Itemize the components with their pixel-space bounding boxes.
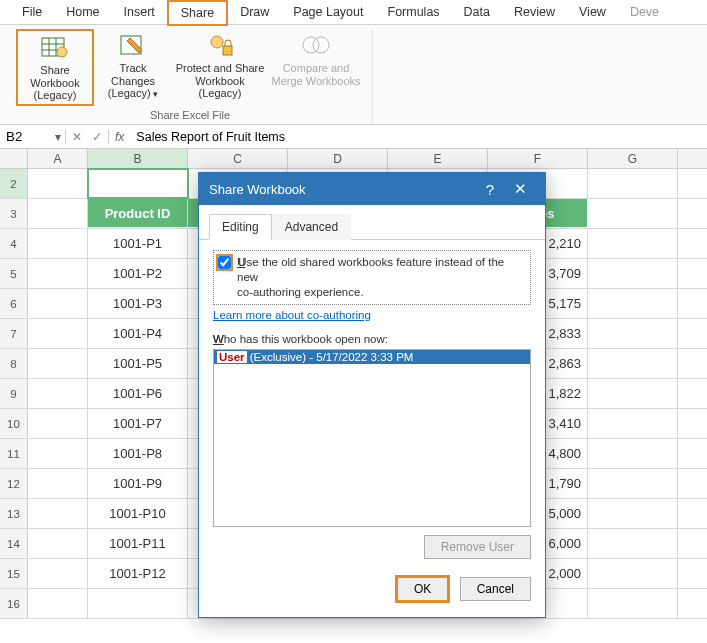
cell[interactable] xyxy=(588,199,678,228)
row-header[interactable]: 15 xyxy=(0,559,28,588)
row-header[interactable]: 14 xyxy=(0,529,28,558)
row-header[interactable]: 13 xyxy=(0,499,28,528)
name-box-dropdown[interactable]: ▾ xyxy=(50,130,66,144)
col-header-B[interactable]: B xyxy=(88,149,188,168)
cell[interactable] xyxy=(588,409,678,438)
tab-page-layout[interactable]: Page Layout xyxy=(281,1,375,23)
col-header-G[interactable]: G xyxy=(588,149,678,168)
tab-insert[interactable]: Insert xyxy=(112,1,167,23)
row-header[interactable]: 12 xyxy=(0,469,28,498)
row-header[interactable]: 8 xyxy=(0,349,28,378)
cell[interactable]: 1001-P8 xyxy=(88,439,188,468)
cell[interactable] xyxy=(28,169,88,198)
cell[interactable] xyxy=(28,499,88,528)
cell[interactable] xyxy=(588,589,678,618)
cell[interactable] xyxy=(28,589,88,618)
use-legacy-option[interactable]: UUse the old shared workbooks feature in… xyxy=(213,250,531,305)
tab-share[interactable]: Share xyxy=(167,0,228,26)
tab-view[interactable]: View xyxy=(567,1,618,23)
row-header[interactable]: 3 xyxy=(0,199,28,228)
name-box[interactable] xyxy=(0,127,50,146)
dialog-close-icon[interactable]: ✕ xyxy=(505,180,535,198)
cell[interactable]: 1001-P12 xyxy=(88,559,188,588)
tab-developer[interactable]: Deve xyxy=(618,1,671,23)
cell[interactable]: 1001-P1 xyxy=(88,229,188,258)
tab-file[interactable]: File xyxy=(10,1,54,23)
col-header-F[interactable]: F xyxy=(488,149,588,168)
cell[interactable] xyxy=(588,499,678,528)
enter-formula-icon[interactable]: ✓ xyxy=(92,130,102,144)
dialog-titlebar[interactable]: Share Workbook ? ✕ xyxy=(199,173,545,205)
dialog-tab-editing[interactable]: Editing xyxy=(209,214,272,240)
cell[interactable] xyxy=(588,289,678,318)
cell[interactable]: 1001-P5 xyxy=(88,349,188,378)
cell[interactable] xyxy=(88,589,188,618)
share-workbook-button[interactable]: Share Workbook (Legacy) xyxy=(16,29,94,106)
cell[interactable] xyxy=(588,349,678,378)
learn-more-link[interactable]: Learn more about co-authoring xyxy=(213,309,531,321)
users-list[interactable]: User (Exclusive) - 5/17/2022 3:33 PM xyxy=(213,349,531,527)
row-header[interactable]: 10 xyxy=(0,409,28,438)
tab-formulas[interactable]: Formulas xyxy=(376,1,452,23)
cell[interactable]: 1001-P10 xyxy=(88,499,188,528)
user-list-item[interactable]: User (Exclusive) - 5/17/2022 3:33 PM xyxy=(214,350,530,364)
cell[interactable]: 1001-P7 xyxy=(88,409,188,438)
tab-home[interactable]: Home xyxy=(54,1,111,23)
cell[interactable] xyxy=(588,469,678,498)
cell[interactable]: 1001-P6 xyxy=(88,379,188,408)
cell[interactable]: 1001-P4 xyxy=(88,319,188,348)
dialog-help-icon[interactable]: ? xyxy=(475,181,505,198)
cell[interactable] xyxy=(28,229,88,258)
cell[interactable] xyxy=(28,379,88,408)
row-header[interactable]: 4 xyxy=(0,229,28,258)
cell[interactable] xyxy=(28,439,88,468)
cell[interactable] xyxy=(28,289,88,318)
use-legacy-checkbox[interactable] xyxy=(218,256,231,269)
formula-input[interactable] xyxy=(130,128,707,146)
cell[interactable] xyxy=(28,349,88,378)
cell[interactable] xyxy=(28,259,88,288)
col-header-C[interactable]: C xyxy=(188,149,288,168)
ok-button[interactable]: OK xyxy=(395,575,450,603)
cell[interactable]: 1001-P3 xyxy=(88,289,188,318)
select-all-corner[interactable] xyxy=(0,149,28,168)
row-header[interactable]: 6 xyxy=(0,289,28,318)
row-header[interactable]: 7 xyxy=(0,319,28,348)
cell[interactable] xyxy=(28,559,88,588)
tab-data[interactable]: Data xyxy=(452,1,502,23)
cell[interactable] xyxy=(28,409,88,438)
cell[interactable] xyxy=(588,529,678,558)
cell[interactable] xyxy=(588,169,678,198)
cell[interactable] xyxy=(28,199,88,228)
cell[interactable]: 1001-P2 xyxy=(88,259,188,288)
cell[interactable]: 1001-P11 xyxy=(88,529,188,558)
row-header[interactable]: 5 xyxy=(0,259,28,288)
col-header-E[interactable]: E xyxy=(388,149,488,168)
track-changes-button[interactable]: Track Changes (Legacy) xyxy=(94,29,172,102)
tab-review[interactable]: Review xyxy=(502,1,567,23)
protect-share-button[interactable]: Protect and Share Workbook (Legacy) xyxy=(172,29,268,102)
row-header[interactable]: 16 xyxy=(0,589,28,618)
row-header[interactable]: 9 xyxy=(0,379,28,408)
header-cell[interactable]: Product ID xyxy=(88,199,188,228)
cell[interactable]: 1001-P9 xyxy=(88,469,188,498)
cell[interactable] xyxy=(588,559,678,588)
cell[interactable] xyxy=(88,169,188,198)
cell[interactable] xyxy=(588,379,678,408)
tab-draw[interactable]: Draw xyxy=(228,1,281,23)
cell[interactable] xyxy=(588,439,678,468)
fx-icon[interactable]: fx xyxy=(109,130,130,144)
cell[interactable] xyxy=(28,469,88,498)
cell[interactable] xyxy=(588,259,678,288)
row-header[interactable]: 11 xyxy=(0,439,28,468)
cell[interactable] xyxy=(28,529,88,558)
cancel-formula-icon[interactable]: ✕ xyxy=(72,130,82,144)
cell[interactable] xyxy=(588,319,678,348)
col-header-D[interactable]: D xyxy=(288,149,388,168)
col-header-A[interactable]: A xyxy=(28,149,88,168)
cell[interactable] xyxy=(28,319,88,348)
row-header[interactable]: 2 xyxy=(0,169,28,198)
dialog-tab-advanced[interactable]: Advanced xyxy=(272,214,351,240)
cell[interactable] xyxy=(588,229,678,258)
cancel-button[interactable]: Cancel xyxy=(460,577,531,601)
